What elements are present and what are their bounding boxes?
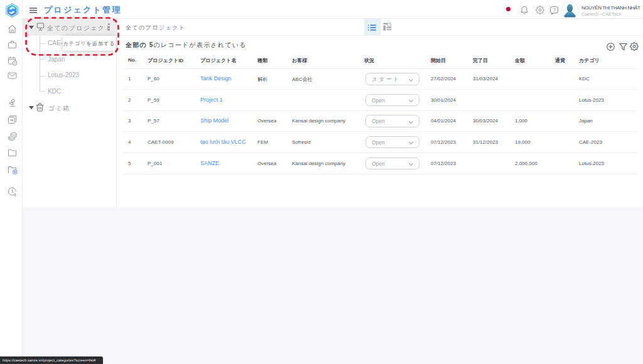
svg-text:?: ? xyxy=(553,7,555,13)
